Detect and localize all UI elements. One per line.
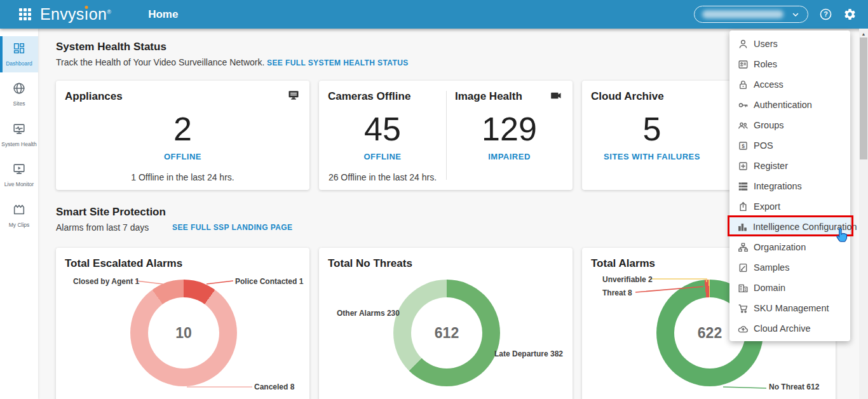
appliances-card-title: Appliances [65, 90, 123, 103]
svg-text:$: $ [742, 142, 745, 149]
page-scrollbar: ▲ [859, 29, 868, 399]
appliances-caption: 1 Offline in the last 24 hrs. [56, 172, 309, 182]
donut-label-canceled: Canceled 8 [254, 382, 294, 391]
scrollbar-up-arrow[interactable]: ▲ [859, 30, 868, 37]
menu-item-label: Cloud Archive [754, 323, 810, 334]
chart-title: Total Escalated Alarms [65, 257, 182, 270]
sidebar-item-dashboard[interactable]: Dashboard [0, 36, 38, 72]
menu-item-intelligence-configuration[interactable]: Intelligence Configuration [729, 217, 850, 237]
lock-icon [736, 78, 749, 91]
menu-item-label: SKU Management [754, 303, 829, 313]
my-clips-icon [12, 203, 26, 219]
ssp-subtitle: Alarms from last 7 days [56, 222, 149, 233]
sidebar-item-sites[interactable]: Sites [0, 76, 38, 112]
menu-item-label: Organization [754, 242, 806, 252]
appliance-icon [287, 89, 300, 104]
menu-item-access[interactable]: Access [729, 74, 850, 95]
sidebar-item-label: Live Monitor [4, 181, 34, 188]
sidebar-item-system-health[interactable]: System Health [0, 117, 38, 153]
scrollbar-thumb[interactable] [860, 37, 867, 159]
sidebar-item-live-monitor[interactable]: Live Monitor [0, 157, 38, 193]
menu-item-label: Authentication [754, 100, 812, 110]
nav-home[interactable]: Home [148, 8, 178, 21]
sidebar-item-label: My Clips [9, 222, 30, 229]
logo-orange-dot [85, 6, 88, 9]
bar-chart-icon [736, 220, 749, 233]
videocam-icon [550, 89, 563, 105]
menu-item-groups[interactable]: Groups [729, 115, 850, 135]
donut-center-total: 612 [393, 280, 500, 386]
menu-item-export[interactable]: Export [729, 196, 850, 217]
integrations-icon [736, 180, 749, 193]
groups-icon [736, 119, 749, 132]
envysion-logo[interactable]: Envysıon® [40, 5, 111, 24]
menu-item-label: Domain [754, 283, 785, 293]
sidebar-item-label: Sites [13, 100, 25, 107]
key-icon [736, 98, 749, 111]
menu-item-sku-management[interactable]: SKU Management [729, 298, 850, 318]
menu-item-register[interactable]: Register [729, 156, 850, 176]
gear-icon[interactable] [843, 8, 857, 22]
menu-item-users[interactable]: Users [729, 34, 850, 54]
menu-item-label: Access [754, 79, 783, 90]
total-escalated-alarms-card: Total Escalated Alarms 10 Closed by Agen… [56, 248, 309, 399]
cameras-offline-section: Cameras Offline 45 OFFLINE 26 Offline in… [319, 81, 446, 190]
menu-item-label: Users [754, 39, 778, 49]
menu-item-label: Samples [754, 262, 789, 273]
cameras-offline-caption: 26 Offline in the last 24 hrs. [319, 172, 446, 182]
chevron-down-icon [791, 10, 800, 19]
see-full-ssp-link[interactable]: SEE FULL SSP LANDING PAGE [172, 223, 292, 232]
dashboard-icon [12, 41, 26, 58]
total-no-threats-card: Total No Threats 612 Other Alarms 230 La… [319, 248, 573, 399]
sidebar-item-my-clips[interactable]: My Clips [0, 198, 38, 234]
menu-item-cloud-archive[interactable]: Cloud Archive [729, 318, 850, 339]
menu-item-label: Register [754, 161, 788, 171]
system-health-subtitle: Track the Health of Your Video Surveilla… [56, 57, 264, 67]
org-icon [736, 241, 749, 254]
cloud-archive-title: Cloud Archive [591, 90, 664, 103]
ssp-title: Smart Site Protection [56, 206, 166, 219]
top-navbar: Envysıon® Home ? [0, 0, 868, 29]
live-monitor-icon [12, 162, 26, 179]
domain-icon [736, 281, 749, 294]
menu-item-samples[interactable]: Samples [729, 257, 850, 278]
menu-item-domain[interactable]: Domain [729, 278, 850, 298]
help-icon[interactable]: ? [818, 8, 832, 22]
cameras-offline-title: Cameras Offline [328, 90, 410, 103]
settings-dropdown-menu: UsersRolesAccessAuthenticationGroups$POS… [729, 30, 850, 341]
image-health-section: Image Health 129 IMPAIRED [446, 81, 573, 190]
menu-item-label: Export [754, 201, 780, 212]
cloud-archive-value: 5 [582, 110, 722, 148]
account-dropdown[interactable] [694, 6, 808, 23]
globe-icon [12, 81, 26, 98]
menu-item-integrations[interactable]: Integrations [729, 176, 850, 196]
donut-label-other-alarms: Other Alarms 230 [337, 309, 400, 318]
badge-icon [736, 58, 749, 71]
left-sidebar: DashboardSitesSystem HealthLive MonitorM… [0, 29, 38, 399]
menu-item-organization[interactable]: Organization [729, 237, 850, 257]
menu-item-label: Intelligence Configuration [753, 222, 857, 232]
donut-label-threat: Threat 8 [602, 288, 632, 297]
sidebar-item-label: Dashboard [6, 60, 32, 67]
app-grid-icon[interactable] [19, 8, 31, 20]
menu-item-pos[interactable]: $POS [729, 135, 850, 156]
cameras-offline-value: 45 [319, 110, 446, 148]
image-health-value: 129 [446, 110, 573, 148]
system-health-icon [12, 122, 26, 139]
export-icon [736, 200, 749, 213]
redacted-user-email [702, 10, 783, 18]
appliances-value: 2 [56, 110, 309, 148]
menu-item-authentication[interactable]: Authentication [729, 95, 850, 115]
menu-item-roles[interactable]: Roles [729, 54, 850, 74]
chart-title: Total Alarms [591, 257, 655, 270]
donut-center-total: 10 [130, 280, 237, 386]
cameras-image-health-card: Cameras Offline 45 OFFLINE 26 Offline in… [319, 81, 573, 190]
cart-icon [736, 302, 749, 314]
pos-icon: $ [736, 139, 749, 152]
donut-label-closed-by-agent: Closed by Agent 1 [73, 277, 139, 286]
samples-icon [736, 261, 749, 274]
cameras-offline-status: OFFLINE [319, 152, 446, 161]
user-icon [736, 37, 749, 50]
see-full-system-health-link[interactable]: SEE FULL SYSTEM HEALTH STATUS [267, 58, 409, 67]
system-health-title: System Health Status [56, 41, 166, 53]
